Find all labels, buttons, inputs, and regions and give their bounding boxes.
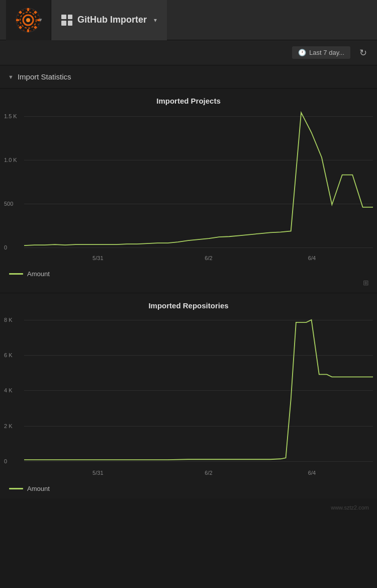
chart2-y-label-8k: 8 K [4,317,13,323]
svg-rect-5 [27,8,29,11]
watermark-area: www.sztz2.com [0,498,377,516]
app-title-dropdown-icon[interactable]: ▾ [154,17,157,24]
chart1-gridline-4 [24,247,373,248]
chart1-x-64: 6/4 [308,255,316,261]
app-header: ▾ GitHub Importer ▾ [0,0,377,40]
chart1-title: Imported Projects [4,97,373,105]
chart2-y-label-2k: 2 K [4,423,13,429]
chart2-legend-label: Amount [27,485,50,492]
logo-dropdown[interactable]: ▾ [39,17,42,23]
chart2-container: Imported Repositories 8 K 6 K 4 K 2 K 0 … [0,293,377,498]
chart2-x-64: 6/4 [308,470,316,476]
app-title-text: GitHub Importer [77,15,147,25]
clock-icon: 🕐 [298,49,306,56]
chart2-x-531: 5/31 [92,470,103,476]
app-title-icon [61,15,72,26]
chart1-area: 1.5 K 1.0 K 500 0 5/31 6/2 6/4 [4,110,373,261]
svg-point-4 [26,18,30,22]
chart1-y-label-1000: 1.0 K [4,157,17,163]
chart1-container: Imported Projects 1.5 K 1.0 K 500 0 5/31… [0,89,377,293]
chevron-down-icon: ▼ [8,74,14,80]
time-filter-button[interactable]: 🕐 Last 7 day... [292,46,350,59]
app-title-area[interactable]: GitHub Importer ▾ [51,0,167,40]
section-header[interactable]: ▼ Import Statistics [0,65,377,89]
chart2-legend-line [9,488,23,489]
chart2-area: 8 K 6 K 4 K 2 K 0 5/31 6/2 6/4 [4,315,373,476]
toolbar: 🕐 Last 7 day... ↻ [0,40,377,65]
chart2-legend: Amount [4,485,373,492]
chart1-svg [24,110,373,247]
chart1-legend-label: Amount [27,270,50,278]
chart1-y-label-500: 500 [4,201,13,207]
chart2-title: Imported Repositories [4,301,373,310]
watermark-text: www.sztz2.com [331,505,369,511]
grafana-logo-icon [15,7,41,33]
logo-area: ▾ [6,0,51,40]
chart2-svg [24,315,373,461]
chart1-corner-icon: ⊞ [363,279,369,287]
chart2-y-label-4k: 4 K [4,387,13,393]
chart2-y-label-0: 0 [4,458,7,464]
time-filter-label: Last 7 day... [309,49,344,56]
section-title: Import Statistics [18,72,71,81]
chart1-legend-line [9,273,23,275]
chart1-x-62: 6/2 [205,255,212,261]
chart2-gridline-5 [24,461,373,462]
chart1-y-label-0: 0 [4,244,7,250]
chart2-x-62: 6/2 [205,470,212,476]
svg-rect-7 [16,19,19,21]
chart1-x-531: 5/31 [92,255,103,261]
chart1-y-label-1500: 1.5 K [4,113,17,119]
chart2-y-label-6k: 6 K [4,352,13,358]
svg-rect-6 [27,29,29,32]
refresh-button[interactable]: ↻ [357,45,369,60]
chart1-legend: Amount [4,270,373,278]
